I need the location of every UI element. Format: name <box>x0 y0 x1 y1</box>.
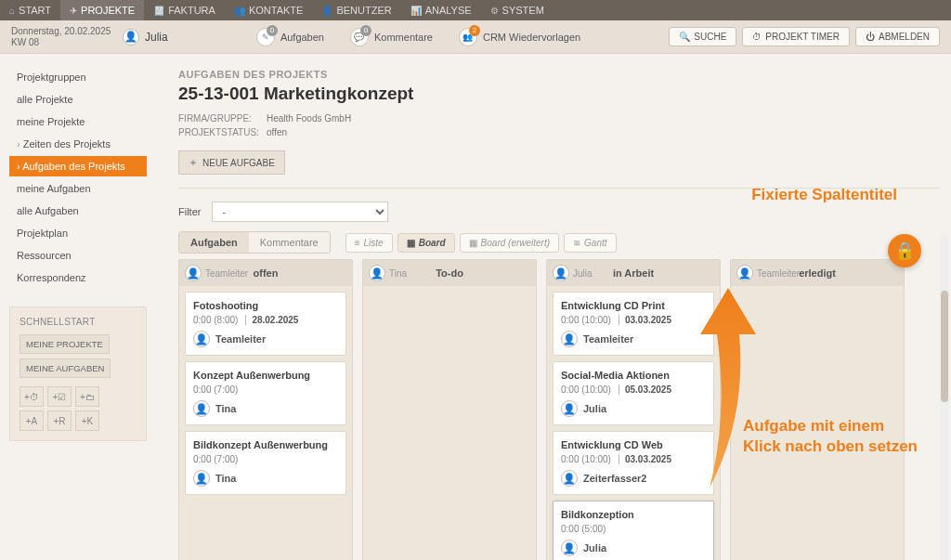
avatar-icon: 👤 <box>561 331 578 347</box>
board-column: 👤Teamleitererledigt <box>730 259 905 560</box>
nav-analyse[interactable]: 📊ANALYSE <box>401 0 481 20</box>
sidebar-alle-projekte[interactable]: alle Projekte <box>9 89 147 110</box>
page-eyebrow: AUFGABEN DES PROJEKTS <box>178 69 940 80</box>
view-liste[interactable]: ≡ Liste <box>345 233 393 253</box>
lock-badge-icon: 🔒 <box>888 234 921 267</box>
sidebar: Projektgruppen alle Projekte meine Proje… <box>0 54 156 560</box>
column-header: 👤Teamleitererledigt <box>731 260 904 286</box>
filter-label: Filter <box>178 206 201 217</box>
quick-a-icon[interactable]: +A <box>20 410 44 431</box>
quickstart-title: SCHNELLSTART <box>20 317 137 327</box>
gear-icon: ⚙ <box>490 6 499 16</box>
board-column: 👤TeamleiteroffenFotoshooting0:00 (8:00)2… <box>178 259 353 560</box>
nav-benutzer[interactable]: 👤BENUTZER <box>312 0 400 20</box>
avatar-icon: 👤 <box>185 265 202 281</box>
avatar-icon: 👤 <box>561 400 578 417</box>
user-icon: 👤 <box>321 6 332 16</box>
main-content: AUFGABEN DES PROJEKTS 25-13-001 Marketin… <box>156 54 951 560</box>
task-card[interactable]: Bildkonzeption0:00 (5:00)👤Julia✎˄⏱⧉⊗ <box>553 501 714 560</box>
sidebar-ressourcen[interactable]: Ressourcen <box>9 245 147 266</box>
board-column: 👤Juliain ArbeitEntwicklung CD Print0:00 … <box>546 259 721 560</box>
clock-icon: ⏱ <box>752 32 762 42</box>
power-icon: ⏻ <box>866 32 875 42</box>
nav-kontakte[interactable]: 👥KONTAKTE <box>225 0 312 20</box>
column-header: 👤Juliain Arbeit <box>547 260 720 286</box>
nav-projekte[interactable]: ✈PROJEKTE <box>60 0 144 20</box>
chart-icon: 📊 <box>410 6 422 16</box>
board-column: 👤TinaTo-do <box>362 259 537 560</box>
filter-select[interactable]: - <box>212 202 388 222</box>
avatar-icon: 👤 <box>193 400 210 417</box>
date-block: Donnerstag, 20.02.2025 KW 08 <box>11 26 123 48</box>
nav-start[interactable]: ⌂START <box>0 0 60 20</box>
quickstart-panel: SCHNELLSTART MEINE PROJEKTE MEINE AUFGAB… <box>9 306 147 441</box>
quick-r-icon[interactable]: +R <box>47 410 72 431</box>
sub-bar: Donnerstag, 20.02.2025 KW 08 👤 Julia ✎0A… <box>0 20 951 54</box>
sidebar-zeiten[interactable]: Zeiten des Projekts <box>9 134 147 154</box>
sidebar-alle-aufgaben[interactable]: alle Aufgaben <box>9 201 147 221</box>
current-user[interactable]: 👤 Julia <box>123 29 168 46</box>
quick-folder-icon[interactable]: +🗀 <box>75 386 99 407</box>
home-icon: ⌂ <box>9 6 15 16</box>
filter-row: Filter - <box>178 202 940 222</box>
avatar-icon: 👤 <box>369 265 385 281</box>
project-meta: FIRMA/GRUPPE:Health Foods GmbH PROJEKTST… <box>178 111 940 139</box>
scrollbar[interactable] <box>940 235 949 560</box>
avatar-icon: 👤 <box>193 331 210 347</box>
counter-kommentare[interactable]: 💬0Kommentare <box>350 28 433 46</box>
crm-icon: 👥2 <box>459 28 477 46</box>
sidebar-korrespondenz[interactable]: Korrespondenz <box>9 267 147 288</box>
plane-icon: ✈ <box>70 6 77 16</box>
task-card[interactable]: Konzept Außenwerbung0:00 (7:00)👤Tina <box>185 361 346 425</box>
tasks-icon: ✎0 <box>256 28 275 46</box>
avatar-icon: 👤 <box>553 265 569 281</box>
avatar-icon: 👤 <box>736 265 753 281</box>
new-task-button[interactable]: ＋NEUE AUFGABE <box>178 150 285 175</box>
sidebar-projektgruppen[interactable]: Projektgruppen <box>9 67 147 87</box>
nav-faktura[interactable]: 🧾FAKTURA <box>144 0 225 20</box>
search-icon: 🔍 <box>679 32 690 42</box>
comment-icon: 💬0 <box>350 28 369 46</box>
view-gantt[interactable]: ≋ Gantt <box>564 233 616 253</box>
view-switcher: ≡ Liste ▦ Board ▦ Board (erweitert) ≋ Ga… <box>345 233 617 253</box>
quick-k-icon[interactable]: +K <box>75 410 99 431</box>
view-board[interactable]: ▦ Board <box>397 233 455 253</box>
sidebar-meine-projekte[interactable]: meine Projekte <box>9 111 147 132</box>
quick-time-icon[interactable]: +⏱ <box>20 386 44 407</box>
plus-icon: ＋ <box>189 156 198 169</box>
scroll-thumb[interactable] <box>941 291 948 402</box>
page-title: 25-13-001 Marketingkonzept <box>178 84 940 104</box>
project-timer-button[interactable]: ⏱PROJEKT TIMER <box>742 27 850 46</box>
sidebar-projektplan[interactable]: Projektplan <box>9 223 147 243</box>
column-header: 👤Teamleiteroffen <box>179 260 352 286</box>
logout-button[interactable]: ⏻ABMELDEN <box>855 27 940 46</box>
column-header: 👤TinaTo-do <box>363 260 536 286</box>
avatar-icon: 👤 <box>193 470 210 487</box>
quick-meine-projekte[interactable]: MEINE PROJEKTE <box>20 334 110 354</box>
kanban-board: 👤TeamleiteroffenFotoshooting0:00 (8:00)2… <box>178 259 940 560</box>
avatar-icon: 👤 <box>561 540 578 556</box>
quick-meine-aufgaben[interactable]: MEINE AUFGABEN <box>20 358 111 378</box>
top-nav: ⌂START ✈PROJEKTE 🧾FAKTURA 👥KONTAKTE 👤BEN… <box>0 0 951 20</box>
avatar-icon: 👤 <box>123 29 139 46</box>
nav-system[interactable]: ⚙SYSTEM <box>481 0 554 20</box>
task-card[interactable]: Entwicklung CD Print0:00 (10:00)03.03.20… <box>553 292 714 356</box>
tab-kommentare[interactable]: Kommentare <box>249 232 330 253</box>
task-card[interactable]: Entwicklung CD Web0:00 (10:00)03.03.2025… <box>553 431 714 495</box>
task-card[interactable]: Fotoshooting0:00 (8:00)28.02.2025👤Teamle… <box>185 292 346 356</box>
avatar-icon: 👤 <box>561 470 578 487</box>
sidebar-aufgaben-projekt[interactable]: Aufgaben des Projekts <box>9 156 147 176</box>
view-board-erweitert[interactable]: ▦ Board (erweitert) <box>460 233 559 253</box>
task-card[interactable]: Social-Media Aktionen0:00 (10:00)05.03.2… <box>553 361 714 425</box>
task-card[interactable]: Bildkonzept Außenwerbung0:00 (7:00)👤Tina <box>185 431 346 495</box>
search-button[interactable]: 🔍SUCHE <box>669 27 736 46</box>
contacts-icon: 👥 <box>234 6 245 16</box>
counter-aufgaben[interactable]: ✎0Aufgaben <box>256 28 324 46</box>
counter-crm[interactable]: 👥2CRM Wiedervorlagen <box>459 28 580 46</box>
tab-aufgaben[interactable]: Aufgaben <box>179 232 249 253</box>
content-tabs: Aufgaben Kommentare <box>178 231 331 254</box>
invoice-icon: 🧾 <box>153 6 164 16</box>
sidebar-meine-aufgaben[interactable]: meine Aufgaben <box>9 178 147 199</box>
quick-check-icon[interactable]: +☑ <box>47 386 72 407</box>
